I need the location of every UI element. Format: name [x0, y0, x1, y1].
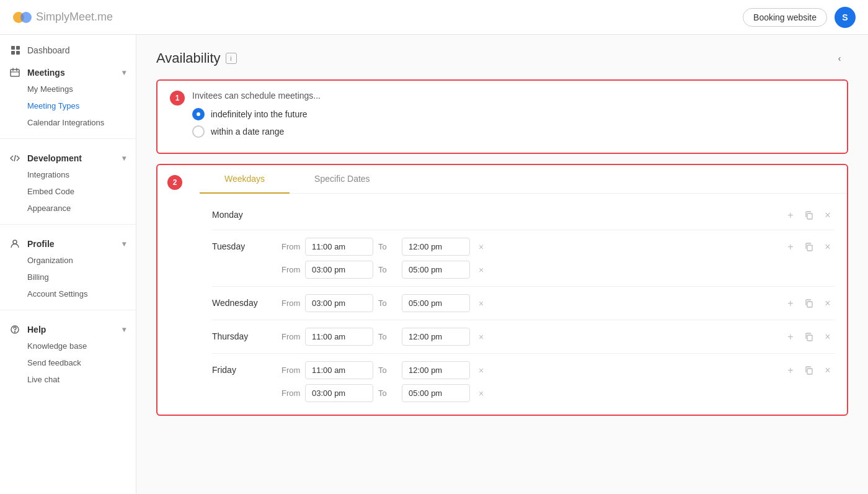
time-from-thursday-1[interactable] — [305, 328, 373, 346]
step2-badge: 2 — [167, 175, 182, 190]
section2-content: Weekdays Specific Dates Monday + — [200, 165, 847, 415]
schedule-content: Monday + × Tuesday — [200, 194, 847, 415]
time-slots-thursday: From To × — [281, 328, 776, 346]
time-from-friday-2[interactable] — [305, 384, 373, 402]
time-to-friday-1[interactable] — [402, 361, 470, 379]
sidebar-item-calendar-integrations[interactable]: Calendar Integrations — [0, 114, 136, 131]
meetings-label: Meetings — [27, 68, 65, 78]
tab-weekdays[interactable]: Weekdays — [200, 165, 290, 194]
tabs-row: Weekdays Specific Dates — [200, 165, 847, 194]
svg-rect-15 — [807, 369, 812, 374]
page-title-row: Availability i ‹ — [156, 50, 848, 67]
section1-content: Invitees can schedule meetings... indefi… — [192, 91, 835, 143]
remove-time-thursday-1[interactable]: × — [475, 331, 487, 343]
day-actions-wednesday: + × — [784, 294, 835, 310]
copy-slot-wednesday[interactable] — [802, 297, 816, 310]
sidebar-item-my-meetings[interactable]: My Meetings — [0, 81, 136, 97]
time-from-tuesday-1[interactable] — [305, 238, 373, 256]
time-from-wednesday-1[interactable] — [305, 294, 373, 312]
user-avatar[interactable]: S — [835, 7, 856, 28]
copy-slot-monday[interactable] — [802, 209, 816, 222]
time-to-tuesday-1[interactable] — [402, 238, 470, 256]
logo-text: SimplyMeet.me — [36, 11, 113, 24]
sidebar-item-appearance[interactable]: Appearance — [0, 200, 136, 217]
svg-rect-13 — [807, 302, 812, 307]
time-slot-thursday-1: From To × — [281, 328, 776, 346]
remove-time-friday-2[interactable]: × — [475, 387, 487, 400]
svg-line-7 — [14, 155, 16, 161]
development-chevron: ▾ — [122, 154, 126, 163]
svg-rect-14 — [807, 335, 812, 341]
sidebar-item-knowledge-base[interactable]: Knowledge base — [0, 338, 136, 354]
day-row-thursday: Thursday From To × + — [212, 320, 835, 354]
remove-day-friday[interactable]: × — [821, 364, 835, 377]
svg-point-1 — [20, 12, 32, 23]
time-to-wednesday-1[interactable] — [402, 294, 470, 312]
radio-date-range-label: within a date range — [211, 127, 284, 137]
add-slot-thursday[interactable]: + — [784, 330, 797, 344]
day-row-monday: Monday + × — [212, 199, 835, 230]
sidebar-item-organization[interactable]: Organization — [0, 252, 136, 269]
sidebar-item-integrations[interactable]: Integrations — [0, 166, 136, 183]
remove-day-tuesday[interactable]: × — [821, 240, 835, 254]
section1-label: Invitees can schedule meetings... — [192, 91, 835, 101]
remove-day-monday[interactable]: × — [821, 209, 835, 222]
sidebar-item-account-settings[interactable]: Account Settings — [0, 285, 136, 302]
sidebar-profile-header[interactable]: Profile ▾ — [0, 232, 136, 252]
sidebar-item-live-chat[interactable]: Live chat — [0, 371, 136, 388]
sidebar-help-header[interactable]: Help ▾ — [0, 318, 136, 338]
remove-time-tuesday-2[interactable]: × — [475, 264, 487, 276]
svg-rect-12 — [807, 245, 812, 251]
sidebar-item-embed-code[interactable]: Embed Code — [0, 183, 136, 200]
info-icon[interactable]: i — [226, 53, 237, 64]
to-label: To — [378, 265, 397, 274]
time-slot-friday-1: From To × — [281, 361, 776, 379]
add-slot-tuesday[interactable]: + — [784, 240, 797, 254]
svg-rect-4 — [11, 51, 15, 55]
time-to-tuesday-2[interactable] — [402, 261, 470, 279]
time-from-tuesday-2[interactable] — [305, 261, 373, 279]
radio-indefinitely-circle[interactable] — [192, 108, 205, 120]
time-from-friday-1[interactable] — [305, 361, 373, 379]
profile-icon — [10, 238, 21, 249]
radio-indefinitely[interactable]: indefinitely into the future — [192, 108, 835, 120]
sidebar-item-meeting-types[interactable]: Meeting Types — [0, 97, 136, 114]
collapse-button[interactable]: ‹ — [831, 50, 848, 67]
header-right: Booking website S — [743, 7, 856, 28]
sidebar-item-billing[interactable]: Billing — [0, 269, 136, 285]
radio-date-range[interactable]: within a date range — [192, 125, 835, 138]
tab-specific-dates[interactable]: Specific Dates — [290, 165, 394, 194]
time-slots-friday: From To × From To × — [281, 361, 776, 402]
radio-date-range-circle[interactable] — [192, 125, 205, 138]
time-slots-tuesday: From To × From To × — [281, 238, 776, 279]
svg-rect-11 — [807, 213, 812, 219]
sidebar-development-header[interactable]: Development ▾ — [0, 146, 136, 166]
remove-time-friday-1[interactable]: × — [475, 364, 487, 377]
from-label: From — [281, 265, 300, 274]
copy-slot-thursday[interactable] — [802, 330, 816, 344]
sidebar-item-dashboard[interactable]: Dashboard — [0, 40, 136, 61]
copy-slot-tuesday[interactable] — [802, 240, 816, 254]
add-slot-monday[interactable]: + — [784, 209, 797, 222]
day-label-thursday: Thursday — [212, 328, 274, 341]
booking-website-button[interactable]: Booking website — [743, 8, 827, 27]
remove-day-wednesday[interactable]: × — [821, 297, 835, 310]
sidebar-item-send-feedback[interactable]: Send feedback — [0, 354, 136, 371]
day-label-wednesday: Wednesday — [212, 294, 274, 308]
remove-time-tuesday-1[interactable]: × — [475, 241, 487, 253]
svg-point-8 — [13, 240, 17, 244]
copy-slot-friday[interactable] — [802, 364, 816, 377]
logo: SimplyMeet.me — [12, 7, 113, 27]
remove-time-wednesday-1[interactable]: × — [475, 297, 487, 310]
time-slot-tuesday-1: From To × — [281, 238, 776, 256]
meetings-chevron: ▾ — [122, 68, 126, 77]
dashboard-icon — [10, 45, 21, 56]
add-slot-wednesday[interactable]: + — [784, 297, 797, 310]
time-to-friday-2[interactable] — [402, 384, 470, 402]
sidebar: Dashboard Meetings ▾ My Meetings Meeting… — [0, 35, 136, 494]
day-row-wednesday: Wednesday From To × + — [212, 287, 835, 320]
add-slot-friday[interactable]: + — [784, 364, 797, 377]
sidebar-meetings-header[interactable]: Meetings ▾ — [0, 61, 136, 81]
time-to-thursday-1[interactable] — [402, 328, 470, 346]
remove-day-thursday[interactable]: × — [821, 330, 835, 344]
